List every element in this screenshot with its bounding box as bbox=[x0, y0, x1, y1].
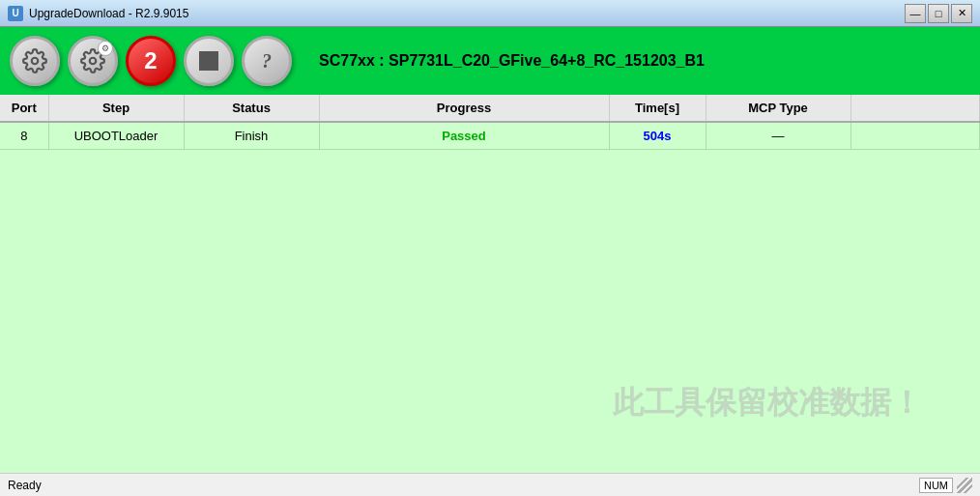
resize-grip bbox=[957, 478, 972, 493]
col-status: Status bbox=[184, 95, 319, 122]
cell-mcp-type: — bbox=[706, 122, 850, 150]
svg-point-1 bbox=[90, 58, 97, 65]
firmware-title: SC77xx : SP7731L_C20_GFive_64+8_RC_15120… bbox=[300, 52, 970, 70]
app-icon: U bbox=[8, 6, 23, 21]
col-port: Port bbox=[0, 95, 48, 122]
table-row: 8 UBOOTLoader Finish Passed 504s — bbox=[0, 122, 980, 150]
window-title: UpgradeDownload - R2.9.9015 bbox=[29, 7, 188, 20]
stop-icon bbox=[199, 51, 218, 71]
col-time: Time[s] bbox=[609, 95, 706, 122]
help-button[interactable]: ? bbox=[242, 36, 292, 86]
stop-button[interactable] bbox=[184, 36, 234, 86]
settings-button[interactable] bbox=[10, 36, 60, 86]
cell-time: 504s bbox=[609, 122, 706, 150]
data-table: Port Step Status Progress Time[s] MCP Ty… bbox=[0, 95, 980, 150]
cell-step: UBOOTLoader bbox=[48, 122, 184, 150]
status-bar-right: NUM bbox=[919, 478, 972, 493]
num-indicator: NUM bbox=[919, 478, 953, 493]
cell-port: 8 bbox=[0, 122, 48, 150]
main-area: ⚙ 2 ? SC77xx : SP7731L_C20_GFive_64+8_RC… bbox=[0, 27, 980, 496]
cell-status: Finish bbox=[184, 122, 319, 150]
advanced-settings-button[interactable]: ⚙ bbox=[68, 36, 118, 86]
window-controls: — □ ✕ bbox=[905, 4, 972, 23]
col-extra bbox=[850, 95, 980, 122]
title-bar: U UpgradeDownload - R2.9.9015 — □ ✕ bbox=[0, 0, 980, 27]
status-text: Ready bbox=[8, 479, 42, 492]
cell-progress: Passed bbox=[319, 122, 609, 150]
col-step: Step bbox=[48, 95, 184, 122]
close-button[interactable]: ✕ bbox=[951, 4, 972, 23]
svg-point-0 bbox=[32, 58, 39, 65]
data-table-container: Port Step Status Progress Time[s] MCP Ty… bbox=[0, 95, 980, 473]
toolbar: ⚙ 2 ? SC77xx : SP7731L_C20_GFive_64+8_RC… bbox=[0, 27, 980, 95]
col-progress: Progress bbox=[319, 95, 609, 122]
col-mcp-type: MCP Type bbox=[706, 95, 850, 122]
table-header-row: Port Step Status Progress Time[s] MCP Ty… bbox=[0, 95, 980, 122]
restore-button[interactable]: □ bbox=[928, 4, 949, 23]
cell-extra bbox=[850, 122, 980, 150]
status-bar: Ready NUM bbox=[0, 473, 980, 496]
minimize-button[interactable]: — bbox=[905, 4, 926, 23]
number-button[interactable]: 2 bbox=[126, 36, 176, 86]
question-icon: ? bbox=[262, 50, 272, 73]
